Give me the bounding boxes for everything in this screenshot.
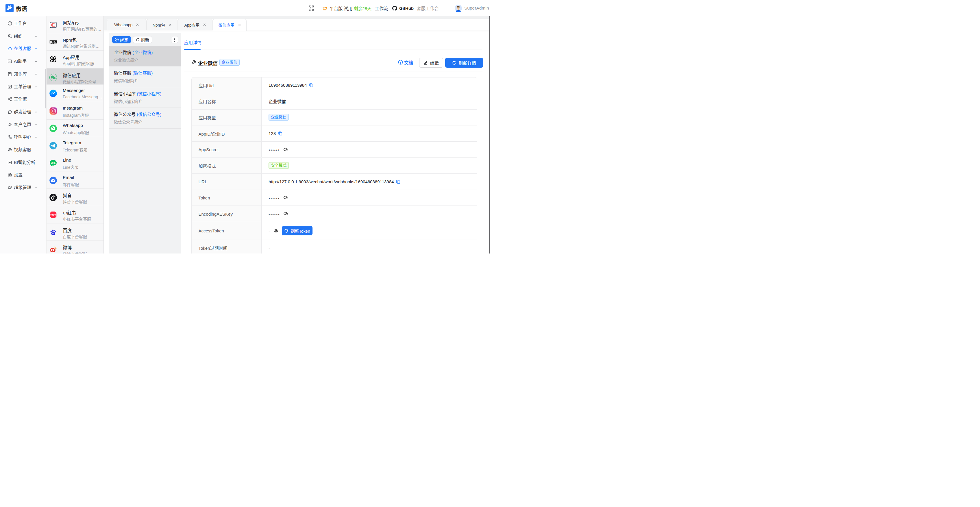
svg-text:小红书: 小红书 [50,214,56,216]
svg-text:du: du [52,232,54,234]
svg-text:LINE: LINE [51,162,56,164]
